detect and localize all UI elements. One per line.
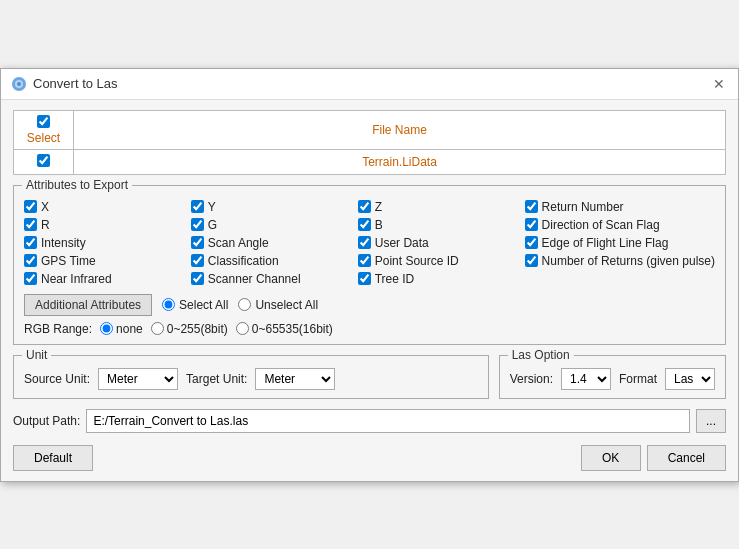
source-unit-label: Source Unit: <box>24 372 90 386</box>
unselect-all-radio-group: Unselect All <box>238 298 318 312</box>
attr-checkbox-return-number[interactable] <box>525 200 538 213</box>
select-all-label: Select All <box>179 298 228 312</box>
browse-button[interactable]: ... <box>696 409 726 433</box>
cancel-button[interactable]: Cancel <box>647 445 726 471</box>
target-unit-label: Target Unit: <box>186 372 247 386</box>
unselect-all-radio[interactable] <box>238 298 251 311</box>
file-table: Select File Name Terrain.LiData <box>13 110 726 175</box>
unit-row: Source Unit: Meter Foot Inch Target Unit… <box>24 368 478 390</box>
attr-label-tree-id: Tree ID <box>375 272 415 286</box>
rgb-range-row: RGB Range: none 0~255(8bit) 0~65535(16bi… <box>24 322 715 336</box>
rgb-8bit-radio[interactable] <box>151 322 164 335</box>
attr-item-r: R <box>24 218 191 232</box>
rgb-none-option: none <box>100 322 143 336</box>
filename-header-label: File Name <box>372 123 427 137</box>
attr-item-x: X <box>24 200 191 214</box>
attr-checkbox-gps-time[interactable] <box>24 254 37 267</box>
attr-label-y: Y <box>208 200 216 214</box>
title-bar-left: Convert to Las <box>11 76 118 92</box>
footer-right: OK Cancel <box>581 445 726 471</box>
attributes-group: Attributes to Export X Y Z Return Nu <box>13 185 726 345</box>
attr-checkbox-y[interactable] <box>191 200 204 213</box>
attr-label-b: B <box>375 218 383 232</box>
bottom-groups: Unit Source Unit: Meter Foot Inch Target… <box>13 355 726 399</box>
attr-label-near-infrared: Near Infrared <box>41 272 112 286</box>
attr-label-edge-flight: Edge of Flight Line Flag <box>542 236 669 250</box>
attributes-group-label: Attributes to Export <box>22 178 132 192</box>
version-select[interactable]: 1.0 1.1 1.2 1.3 1.4 <box>561 368 611 390</box>
attr-label-num-returns: Number of Returns (given pulse) <box>542 254 715 268</box>
rgb-8bit-option: 0~255(8bit) <box>151 322 228 336</box>
attr-checkbox-edge-flight[interactable] <box>525 236 538 249</box>
format-select[interactable]: Las Laz <box>665 368 715 390</box>
attr-checkbox-classification[interactable] <box>191 254 204 267</box>
select-all-radio[interactable] <box>162 298 175 311</box>
attr-checkbox-r[interactable] <box>24 218 37 231</box>
attr-checkbox-x[interactable] <box>24 200 37 213</box>
close-button[interactable]: ✕ <box>710 75 728 93</box>
title-bar: Convert to Las ✕ <box>1 69 738 100</box>
ok-button[interactable]: OK <box>581 445 641 471</box>
las-inner-group: Las Option Version: 1.0 1.1 1.2 1.3 1.4 … <box>499 355 726 399</box>
attr-checkbox-near-infrared[interactable] <box>24 272 37 285</box>
las-row: Version: 1.0 1.1 1.2 1.3 1.4 Format Las … <box>510 368 715 390</box>
attr-label-z: Z <box>375 200 382 214</box>
rgb-range-label: RGB Range: <box>24 322 92 336</box>
format-label: Format <box>619 372 657 386</box>
output-path-row: Output Path: ... <box>13 409 726 433</box>
content-area: Select File Name Terrain.LiData Attribut <box>1 100 738 481</box>
main-window: Convert to Las ✕ Select File Name <box>0 68 739 482</box>
attr-checkbox-scan-angle[interactable] <box>191 236 204 249</box>
attr-item-point-source: Point Source ID <box>358 254 525 268</box>
attr-empty-cell <box>525 272 715 286</box>
rgb-none-radio[interactable] <box>100 322 113 335</box>
attr-checkbox-z[interactable] <box>358 200 371 213</box>
rgb-16bit-label: 0~65535(16bit) <box>252 322 333 336</box>
additional-attributes-button[interactable]: Additional Attributes <box>24 294 152 316</box>
output-path-label: Output Path: <box>13 414 80 428</box>
attr-item-return-number: Return Number <box>525 200 715 214</box>
attr-item-b: B <box>358 218 525 232</box>
attr-label-return-number: Return Number <box>542 200 624 214</box>
unit-group-label: Unit <box>22 348 51 362</box>
attr-item-intensity: Intensity <box>24 236 191 250</box>
row-select-cell <box>14 149 74 174</box>
default-button[interactable]: Default <box>13 445 93 471</box>
select-all-radio-group: Select All <box>162 298 228 312</box>
rgb-none-label: none <box>116 322 143 336</box>
attr-checkbox-num-returns[interactable] <box>525 254 538 267</box>
row-filename-cell: Terrain.LiData <box>74 149 726 174</box>
attr-label-r: R <box>41 218 50 232</box>
attr-item-direction-scan: Direction of Scan Flag <box>525 218 715 232</box>
source-unit-select[interactable]: Meter Foot Inch <box>98 368 178 390</box>
attr-checkbox-intensity[interactable] <box>24 236 37 249</box>
attr-checkbox-scanner-channel[interactable] <box>191 272 204 285</box>
rgb-16bit-radio[interactable] <box>236 322 249 335</box>
unit-inner-group: Unit Source Unit: Meter Foot Inch Target… <box>13 355 489 399</box>
row-checkbox[interactable] <box>37 154 50 167</box>
attr-item-near-infrared: Near Infrared <box>24 272 191 286</box>
attr-checkbox-direction-scan[interactable] <box>525 218 538 231</box>
attr-checkbox-user-data[interactable] <box>358 236 371 249</box>
attr-label-gps-time: GPS Time <box>41 254 96 268</box>
output-path-input[interactable] <box>86 409 690 433</box>
select-header-label: Select <box>27 131 60 145</box>
rgb-16bit-option: 0~65535(16bit) <box>236 322 333 336</box>
attr-checkbox-tree-id[interactable] <box>358 272 371 285</box>
attr-label-scan-angle: Scan Angle <box>208 236 269 250</box>
attr-checkbox-point-source[interactable] <box>358 254 371 267</box>
filename-column-header: File Name <box>74 110 726 149</box>
attr-checkbox-g[interactable] <box>191 218 204 231</box>
attr-label-g: G <box>208 218 217 232</box>
attr-checkbox-b[interactable] <box>358 218 371 231</box>
attr-item-classification: Classification <box>191 254 358 268</box>
attr-item-z: Z <box>358 200 525 214</box>
table-row: Terrain.LiData <box>14 149 726 174</box>
select-column-header: Select <box>14 110 74 149</box>
attr-label-scanner-channel: Scanner Channel <box>208 272 301 286</box>
target-unit-select[interactable]: Meter Foot Inch <box>255 368 335 390</box>
unit-group: Unit Source Unit: Meter Foot Inch Target… <box>13 355 489 399</box>
attr-item-scanner-channel: Scanner Channel <box>191 272 358 286</box>
select-all-checkbox[interactable] <box>37 115 50 128</box>
attr-label-x: X <box>41 200 49 214</box>
